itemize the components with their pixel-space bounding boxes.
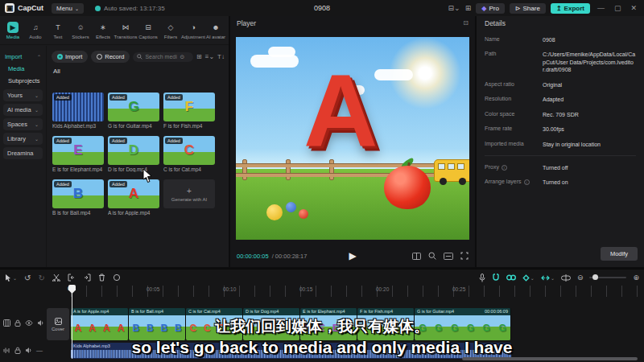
sidebar-item-ai-media[interactable]: AI media⌄ [3, 104, 43, 116]
search-box[interactable]: ⊙ [133, 52, 193, 62]
delete-right-icon[interactable] [83, 274, 91, 282]
info-icon[interactable]: i [524, 179, 530, 185]
select-tool-icon[interactable]: ⌄ [5, 274, 17, 282]
timeline-zoom-slider[interactable] [589, 277, 626, 278]
delete-icon[interactable] [98, 274, 105, 282]
import-button[interactable]: +Import [52, 51, 88, 63]
sidebar-item-library[interactable]: Library⌄ [3, 133, 43, 145]
share-button[interactable]: ⊳Share [510, 3, 546, 14]
speaker-icon[interactable] [37, 319, 44, 327]
clip-d-dog[interactable]: D is for Dog.mp4 DDDD [243, 308, 300, 340]
media-item-c-cat[interactable]: AddedC C is for Cat.mp4 [163, 136, 217, 178]
clip-b-ball[interactable]: B is for Ball.mp4 BBBB [129, 308, 186, 340]
panel-layout-icon[interactable]: ⊞ [465, 4, 472, 12]
magnet-icon[interactable] [492, 274, 500, 282]
filter-type-icon[interactable]: T↓ [217, 53, 225, 60]
media-item-b-ball[interactable]: AddedB B is for Ball.mp4 [52, 179, 105, 221]
split-screen-icon[interactable] [412, 253, 421, 260]
zoom-out-icon[interactable]: ⊖ [577, 274, 584, 282]
sidebar-item-media[interactable]: Media [0, 63, 46, 75]
tab-transitions[interactable]: ⋈Transitions [114, 22, 137, 39]
sidebar-item-dreamina[interactable]: Dreamina [3, 147, 43, 159]
tab-adjustment[interactable]: ◑Adjustment [182, 22, 204, 39]
collapse-track-icon[interactable]: — [36, 347, 43, 354]
play-button[interactable]: ▶ [349, 250, 356, 261]
media-item-kids-alphabet[interactable]: Added Kids Alphabet.mp3 [52, 93, 105, 134]
search-icon [137, 54, 142, 60]
filter-all-label[interactable]: All [47, 66, 229, 78]
view-toggle-icon[interactable]: ⊞ [196, 53, 202, 60]
ratio-icon[interactable] [444, 253, 453, 260]
scene-letter-a: A [303, 60, 378, 162]
split-icon[interactable] [52, 274, 60, 282]
tab-captions[interactable]: ⊟Captions [137, 22, 159, 39]
close-button[interactable]: ✕ [628, 4, 639, 12]
undo-icon[interactable]: ↺ [24, 274, 31, 282]
clip-e-elephant[interactable]: E is for Elephant.mp4 EEEE [300, 308, 357, 340]
capcut-logo-icon: ▣ [5, 3, 14, 13]
export-button[interactable]: ↥Export [551, 3, 590, 14]
modify-button[interactable]: Modify [601, 247, 638, 261]
search-input[interactable] [145, 54, 177, 60]
media-item-g-guitar[interactable]: AddedG G is for Guitar.mp4 [108, 93, 161, 134]
speaker-icon[interactable] [25, 347, 32, 354]
detail-row-proxy: ProxyiTurned off [485, 164, 636, 171]
media-item-e-elephant[interactable]: AddedE E is for Elephant.mp4 [52, 136, 105, 178]
tab-text[interactable]: TText [47, 22, 69, 39]
tab-stickers[interactable]: ☺Stickers [69, 22, 92, 39]
pro-button[interactable]: ◆Pro [476, 3, 505, 14]
mask-icon[interactable] [113, 274, 121, 282]
preview-axis-icon[interactable] [561, 274, 571, 282]
generate-with-ai-card[interactable]: +Generate with AI [163, 179, 217, 221]
minimize-button[interactable]: — [595, 4, 607, 12]
eye-icon[interactable] [25, 320, 33, 326]
search-filter-icon[interactable]: ⊙ [180, 54, 184, 60]
lock-icon[interactable] [14, 319, 21, 327]
clip-f-fish[interactable]: F is for Fish.mp4 FFFF [357, 308, 415, 340]
sidebar-item-import[interactable]: Import⌃ [0, 51, 46, 63]
preview-canvas[interactable]: A [236, 37, 469, 240]
tab-effects[interactable]: ∗Effects [92, 22, 114, 39]
zoom-slider-knob[interactable] [592, 274, 598, 280]
voiceover-mic-icon[interactable] [479, 274, 485, 282]
sidebar-item-spaces[interactable]: Spaces⌄ [3, 118, 43, 130]
sidebar-item-subprojects[interactable]: Subprojects [0, 75, 46, 87]
tab-audio[interactable]: ♫Audio [24, 22, 47, 39]
tab-ai-avatar[interactable]: ☻AI avatar [204, 22, 227, 39]
timeline-ruler[interactable]: 00:05 00:10 00:15 00:20 00:25 [71, 286, 644, 297]
zoom-in-icon[interactable]: ⊕ [633, 274, 639, 282]
chevron-up-icon: ⌃ [37, 54, 41, 60]
track-thumbnail-icon[interactable] [3, 319, 10, 327]
info-icon[interactable]: i [502, 165, 507, 171]
clip-g-guitar[interactable]: G is for Guitar.mp400:00:06:09 GGGGGG [415, 308, 511, 340]
clip-c-cat[interactable]: C is for Cat.mp4 CCCC [186, 308, 243, 340]
sidebar-item-yours[interactable]: Yours⌄ [3, 89, 43, 101]
audio-track-icon [3, 347, 10, 354]
layout-toggle-icon[interactable]: ⊟⌄ [448, 4, 460, 12]
clip-a-apple[interactable]: A is for Apple.mp4 AAAA [71, 308, 129, 340]
cover-button[interactable]: Cover [47, 308, 69, 340]
playhead[interactable] [72, 286, 72, 359]
media-sidebar: Import⌃ Media Subprojects Yours⌄ AI medi… [0, 46, 47, 267]
audio-track-clip[interactable]: Kids Alphabet.mp3 [71, 343, 511, 359]
record-button[interactable]: Record [91, 51, 130, 63]
tab-filters[interactable]: ◇Filters [159, 22, 182, 39]
menu-button[interactable]: Menu⌄ [52, 3, 84, 14]
autosave-dot-icon [95, 6, 101, 11]
media-item-a-apple[interactable]: AddedA A is for Apple.mp4 [108, 179, 161, 221]
zoom-inspect-icon[interactable] [428, 252, 436, 260]
maximize-button[interactable]: ▢ [612, 4, 624, 12]
player-controls: 00:00:00:05 / 00:00:28:17 ▶ [230, 245, 475, 267]
keyframe-icon[interactable]: ⌄ [522, 274, 535, 282]
fullscreen-icon[interactable] [460, 252, 469, 260]
auto-ripple-icon[interactable]: ⌄ [541, 274, 555, 282]
link-icon[interactable] [506, 274, 516, 281]
delete-left-icon[interactable] [68, 274, 76, 282]
media-item-f-fish[interactable]: AddedF F is for Fish.mp4 [163, 93, 217, 134]
horizontal-scrollbar[interactable] [462, 357, 638, 360]
player-detach-icon[interactable]: ⊡ [463, 19, 469, 27]
lock-icon[interactable] [14, 347, 21, 354]
sort-icon[interactable]: ≡⌄ [205, 53, 214, 60]
tab-media[interactable]: ▶Media [2, 22, 24, 39]
redo-icon[interactable]: ↻ [38, 274, 44, 282]
